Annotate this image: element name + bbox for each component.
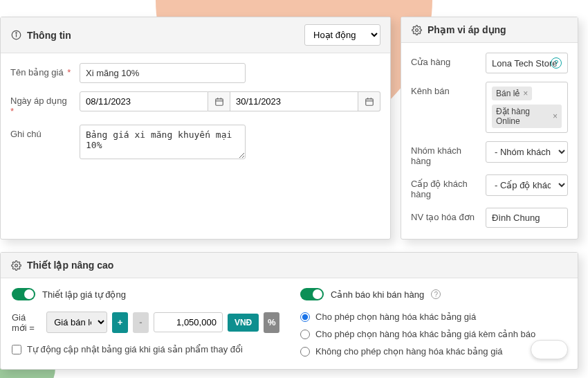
- advanced-left-col: Thiết lập giá tự động Giá mới = Giá bán …: [12, 288, 279, 357]
- floating-pill-button[interactable]: [531, 340, 568, 359]
- radio-allow-warn-input[interactable]: [300, 330, 310, 339]
- svg-point-2: [15, 33, 16, 33]
- info-panel-header: Thông tin Hoạt động: [1, 17, 390, 53]
- gear-icon: [10, 260, 21, 271]
- name-label: Tên bảng giá *: [10, 63, 73, 78]
- channel-chip-input[interactable]: Bán lẻ× Đặt hàng Online×: [486, 82, 568, 133]
- radio-deny-input[interactable]: [300, 347, 310, 357]
- svg-rect-7: [365, 98, 373, 105]
- warn-label: Cảnh báo khi bán hàng: [331, 289, 424, 300]
- date-from-input[interactable]: [80, 91, 208, 111]
- info-icon: [10, 30, 21, 41]
- auto-update-label: Tự động cập nhật bảng giá khi giá sản ph…: [27, 344, 243, 354]
- radio-allow-input[interactable]: [300, 312, 310, 322]
- channel-label: Kênh bán: [411, 82, 479, 96]
- date-to-input[interactable]: [230, 91, 358, 111]
- advanced-panel: Thiết lập nâng cao Thiết lập giá tự động…: [0, 252, 578, 370]
- advanced-panel-header: Thiết lập nâng cao: [1, 253, 578, 278]
- note-label: Ghi chú: [10, 125, 73, 139]
- price-amount-input[interactable]: [154, 312, 223, 332]
- gear-icon: [411, 24, 422, 35]
- warn-toggle[interactable]: [300, 288, 324, 300]
- advanced-right-col: Cảnh báo khi bán hàng ? Cho phép chọn hà…: [300, 288, 567, 357]
- minus-button[interactable]: -: [133, 312, 149, 333]
- help-icon[interactable]: ?: [551, 57, 562, 69]
- svg-point-12: [15, 264, 17, 267]
- scope-panel-header: Phạm vi áp dụng: [401, 17, 578, 43]
- chip-retail[interactable]: Bán lẻ×: [492, 87, 532, 100]
- date-range: [80, 91, 380, 111]
- radio-allow-warn[interactable]: Cho phép chọn hàng hóa khác bảng giá kèm…: [300, 329, 567, 339]
- calendar-from-button[interactable]: [208, 91, 230, 111]
- note-textarea[interactable]: Bảng giá xi măng khuyến mại 10%: [80, 125, 246, 159]
- cust-group-select[interactable]: - Nhóm khách hàng -: [486, 141, 568, 163]
- percent-button[interactable]: %: [264, 312, 279, 333]
- creator-label: NV tạo hóa đơn: [411, 208, 479, 222]
- cust-group-label: Nhóm khách hàng: [411, 141, 479, 166]
- store-input[interactable]: Lona Tech Store ?: [486, 53, 568, 73]
- cust-level-label: Cấp độ khách hàng: [411, 174, 479, 199]
- advanced-title: Thiết lập nâng cao: [27, 260, 113, 271]
- svg-rect-3: [215, 98, 223, 105]
- chip-remove-icon[interactable]: ×: [553, 111, 558, 121]
- chip-remove-icon[interactable]: ×: [523, 89, 528, 98]
- info-panel-title: Thông tin: [27, 30, 299, 41]
- status-select[interactable]: Hoạt động: [304, 24, 380, 46]
- svg-point-11: [415, 28, 418, 31]
- auto-price-toggle[interactable]: [12, 288, 35, 300]
- creator-input[interactable]: [486, 208, 568, 228]
- chip-online[interactable]: Đặt hàng Online×: [492, 105, 562, 128]
- info-panel: Thông tin Hoạt động Tên bảng giá * Ngày …: [0, 17, 391, 240]
- store-value: Lona Tech Store: [492, 58, 557, 69]
- calendar-to-button[interactable]: [358, 91, 380, 111]
- scope-panel-title: Phạm vi áp dụng: [428, 24, 568, 35]
- new-price-label: Giá mới =: [12, 312, 42, 333]
- scope-panel: Phạm vi áp dụng Cửa hàng Lona Tech Store…: [401, 17, 578, 240]
- radio-allow[interactable]: Cho phép chọn hàng hóa khác bảng giá: [300, 312, 567, 322]
- auto-update-checkbox[interactable]: [12, 345, 21, 354]
- help-icon[interactable]: ?: [431, 289, 441, 299]
- radio-deny[interactable]: Không cho phép chọn hàng hóa khác bảng g…: [300, 346, 567, 357]
- auto-price-label: Thiết lập giá tự động: [42, 289, 126, 300]
- vnd-button[interactable]: VNĐ: [228, 314, 259, 332]
- name-input[interactable]: [80, 63, 246, 83]
- date-label: Ngày áp dụng *: [10, 91, 73, 116]
- price-basis-select[interactable]: Giá bán lẻ: [46, 312, 107, 333]
- store-label: Cửa hàng: [411, 53, 479, 67]
- plus-button[interactable]: +: [112, 312, 128, 333]
- cust-level-select[interactable]: - Cấp độ khách hàng -: [486, 174, 568, 196]
